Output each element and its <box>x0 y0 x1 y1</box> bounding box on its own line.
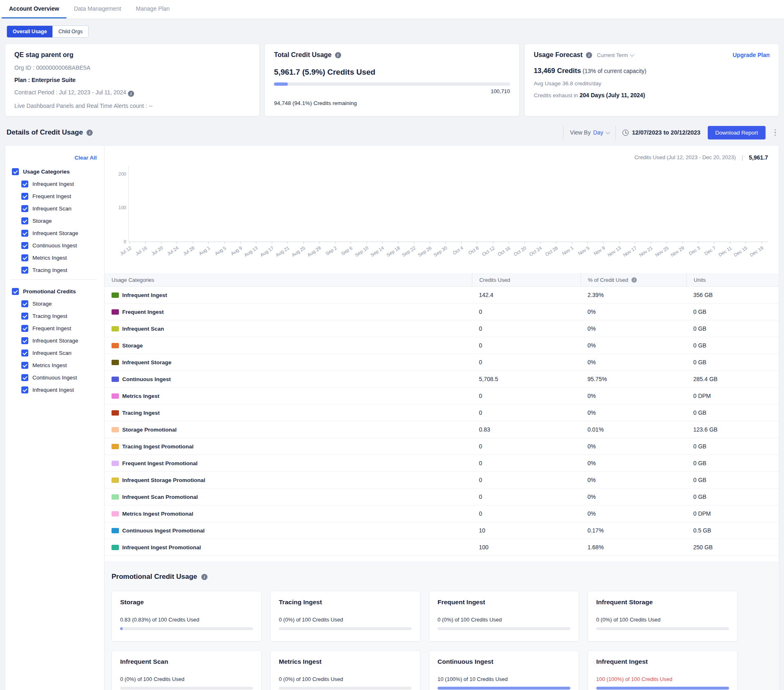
filter-parent-promotional-credits: Promotional Credits <box>12 288 97 295</box>
category-color-swatch <box>112 360 119 365</box>
x-axis-tick-label: Jul 12 <box>119 245 132 256</box>
x-axis-tick-label: Oct 24 <box>529 245 543 257</box>
x-axis-tick <box>682 242 683 244</box>
category-color-swatch <box>112 478 119 483</box>
category-name: Infrequent Storage Promotional <box>122 477 205 483</box>
x-axis-tick-label: Nov 13 <box>606 245 622 258</box>
x-axis-tick <box>603 242 604 244</box>
x-axis-tick-label: Oct 16 <box>497 245 511 257</box>
overall-usage-toggle[interactable]: Overall Usage <box>7 26 52 37</box>
pct-credit-used-cell: 0% <box>588 409 596 416</box>
more-options-menu-icon[interactable] <box>773 128 778 138</box>
contract-info-icon[interactable]: i <box>128 91 134 97</box>
pct-credit-info-icon[interactable]: i <box>631 277 637 283</box>
units-cell: 123.6 GB <box>693 426 718 433</box>
credit-usage-chart: 0100200 Jul 12Jul 16Jul 20Jul 24Jul 28Au… <box>110 166 768 267</box>
checkbox-checked[interactable] <box>21 300 28 307</box>
category-name: Infrequent Ingest <box>122 292 167 298</box>
credits-used-cell: 0 <box>479 393 482 399</box>
child-orgs-toggle[interactable]: Child Orgs <box>52 26 88 37</box>
org-live-count: Live Dashboard Panels and Real Time Aler… <box>14 103 250 109</box>
upgrade-plan-link[interactable]: Upgrade Plan <box>733 52 770 58</box>
pct-credit-used-cell: 0% <box>588 359 596 366</box>
legend-label: Credits Used (Jul 12, 2023 - Dec 20, 202… <box>634 154 736 160</box>
x-axis-tick <box>508 242 509 244</box>
tab-data-management[interactable]: Data Management <box>66 0 128 18</box>
x-axis-tick <box>745 242 746 244</box>
org-contract-period: Contract Period : Jul 12, 2023 - Jul 11,… <box>14 89 250 97</box>
checkbox-checked[interactable] <box>21 386 28 393</box>
x-axis-tick-label: Aug 5 <box>214 245 227 256</box>
checkbox-checked[interactable] <box>21 337 28 344</box>
checkbox-checked[interactable] <box>21 374 28 381</box>
details-info-icon[interactable]: i <box>87 130 93 136</box>
download-report-button[interactable]: Download Report <box>708 126 765 139</box>
checkbox-checked[interactable] <box>21 205 28 212</box>
tab-account-overview[interactable]: Account Overview <box>2 0 66 18</box>
credits-used-cell: 0 <box>479 409 482 416</box>
promo-progress-fill <box>120 627 123 630</box>
checkbox-checked[interactable] <box>21 325 28 332</box>
total-usage-progress <box>274 82 510 86</box>
checkbox-checked[interactable] <box>21 217 28 224</box>
x-axis-tick <box>761 242 762 244</box>
category-color-swatch <box>112 292 119 298</box>
current-term-dropdown[interactable]: Current Term <box>597 52 634 58</box>
date-range-picker[interactable]: 12/07/2023 to 20/12/2023 <box>622 129 700 136</box>
view-by-dropdown[interactable]: View By Day <box>570 129 609 136</box>
filter-item-continuous-ingest: Continuous Ingest <box>21 242 97 249</box>
x-axis-tick-label: Oct 20 <box>513 245 527 257</box>
checkbox-checked[interactable] <box>21 350 28 356</box>
clear-all-link[interactable]: Clear All <box>12 155 97 161</box>
credits-used-cell: 0 <box>479 477 482 483</box>
promo-info-icon[interactable]: i <box>201 574 207 580</box>
x-axis-tick-label: Aug 13 <box>243 245 258 258</box>
usage-forecast-card: Usage Forecast i Current Term Upgrade Pl… <box>524 43 779 117</box>
credits-used-cell: 0 <box>479 510 482 517</box>
checkbox-checked[interactable] <box>21 254 28 261</box>
pct-credit-used-cell: 0.17% <box>588 527 604 534</box>
category-color-swatch <box>112 511 119 516</box>
credits-used-cell: 5,708.5 <box>479 376 498 382</box>
y-axis-tick-label: 0 <box>112 239 126 244</box>
category-color-swatch <box>112 494 119 500</box>
chart-legend: Credits Used (Jul 12, 2023 - Dec 20, 202… <box>105 146 779 162</box>
checkbox-checked[interactable] <box>21 180 28 187</box>
checkbox-checked[interactable] <box>21 267 28 274</box>
total-usage-info-icon[interactable]: i <box>335 52 341 58</box>
promo-card-title: Infrequent Ingest <box>596 658 729 665</box>
forecast-info-icon[interactable]: i <box>586 52 592 58</box>
table-row: Infrequent Ingest142.42.39%356 GB <box>105 287 779 304</box>
category-name: Continuous Ingest <box>122 376 171 382</box>
y-axis-tick-label: 100 <box>112 205 126 210</box>
chart-plot-area: 0100200 <box>128 166 768 242</box>
promo-card-usage-text: 10 (100%) of 10 Credits Used <box>438 676 570 682</box>
filter-label: Tracing Ingest <box>32 313 67 319</box>
checkbox-checked[interactable] <box>12 288 19 295</box>
checkbox-checked[interactable] <box>21 242 28 249</box>
filter-label: Storage <box>32 218 52 224</box>
tab-manage-plan[interactable]: Manage Plan <box>128 0 177 18</box>
promo-card-usage-text: 0 (0%) of 100 Credits Used <box>279 676 412 682</box>
filter-label: Continuous Ingest <box>32 242 77 249</box>
x-axis-tick-label: Nov 1 <box>561 245 574 256</box>
checkbox-checked[interactable] <box>21 230 28 237</box>
x-axis-tick <box>272 242 272 244</box>
credits-capacity-value: 100,710 <box>274 88 510 94</box>
units-cell: 356 GB <box>693 292 713 298</box>
checkbox-checked[interactable] <box>21 313 28 320</box>
promo-card-usage-text: 100 (100%) of 100 Credits Used <box>596 676 729 682</box>
promo-progress-track <box>120 687 253 690</box>
details-panel: Clear All Usage CategoriesInfrequent Ing… <box>5 145 779 690</box>
category-color-swatch <box>112 427 119 432</box>
divider <box>10 279 97 280</box>
checkbox-checked[interactable] <box>12 168 19 175</box>
checkbox-checked[interactable] <box>21 193 28 200</box>
filter-item-infrequent-ingest: Infrequent Ingest <box>21 180 97 187</box>
credits-used-cell: 0 <box>479 325 482 332</box>
checkbox-checked[interactable] <box>21 362 28 369</box>
app-root: Account Overview Data Management Manage … <box>0 0 784 690</box>
x-axis-tick <box>208 242 209 244</box>
x-axis-tick-label: Aug 29 <box>307 245 322 258</box>
x-axis-tick <box>177 242 177 244</box>
